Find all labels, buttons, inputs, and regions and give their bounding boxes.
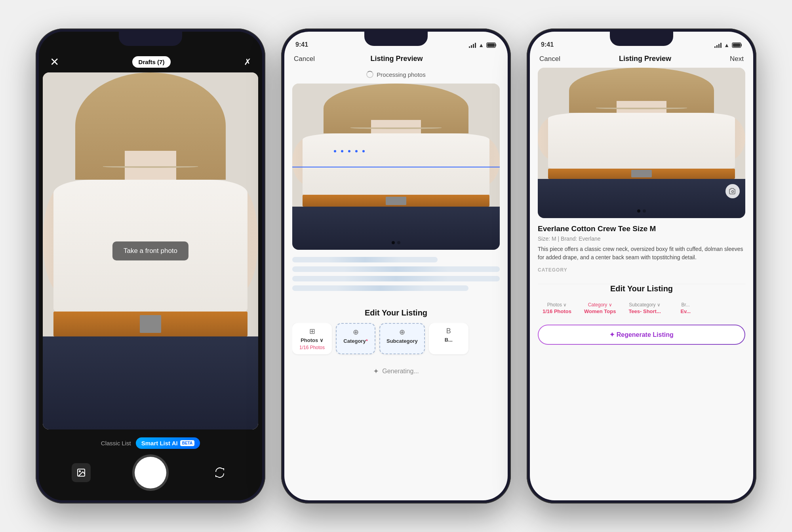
photos-tab-icon: ⊞ — [309, 327, 315, 336]
phone-processing: 9:41 ▲ C — [281, 28, 511, 504]
classic-list-label[interactable]: Classic List — [101, 440, 131, 446]
result-tab-category[interactable]: Category ∨ Women Tops — [579, 299, 621, 317]
photos-tab-label: Photos ∨ — [301, 337, 324, 343]
photos-tab-sublabel: 1/16 Photos — [299, 345, 325, 350]
generating-label: Generating... — [382, 368, 419, 375]
camera-viewfinder: Take a front photo — [43, 72, 258, 429]
beta-badge: BETA — [180, 440, 194, 446]
brand-tab-label: B... — [445, 337, 453, 343]
battery-icon — [486, 42, 497, 48]
svg-rect-7 — [733, 44, 741, 47]
edit-listing-title: Edit Your Listing — [538, 284, 745, 293]
tab-photos[interactable]: ⊞ Photos ∨ 1/16 Photos — [292, 323, 332, 354]
result-screen: 9:41 ▲ C — [530, 32, 753, 500]
smart-list-label: Smart List AI — [141, 440, 178, 446]
camera-overlay-icon[interactable] — [725, 184, 740, 198]
svg-rect-4 — [487, 44, 495, 47]
result-edit-section: Edit Your Listing Photos ∨ 1/16 Photos C… — [530, 284, 753, 319]
brand-tab-icon: B — [446, 327, 451, 335]
subcategory-tab-icon: ⊕ — [399, 328, 405, 336]
svg-point-8 — [732, 191, 734, 193]
camera-controls — [50, 457, 251, 488]
status-icons: ▲ — [469, 42, 497, 48]
nav-bar: Cancel Listing Preview Next — [530, 51, 753, 68]
svg-rect-3 — [495, 44, 496, 46]
result-content: Everlane Cotton Crew Tee Size M Size: M … — [530, 218, 753, 284]
listing-image — [292, 84, 500, 250]
product-image — [538, 68, 745, 218]
tab-subcategory[interactable]: ⊕ Subcategory — [379, 323, 425, 354]
next-button[interactable]: Next — [730, 55, 744, 63]
smart-list-badge[interactable]: Smart List AI BETA — [136, 437, 200, 449]
scan-line — [292, 167, 500, 167]
nav-title: Listing Preview — [619, 55, 671, 63]
result-tabs: Photos ∨ 1/16 Photos Category ∨ Women To… — [538, 299, 745, 319]
status-icons: ▲ — [714, 42, 742, 48]
camera-overlay-text: Take a front photo — [112, 241, 188, 260]
tab-brand[interactable]: B B... — [429, 323, 468, 354]
phone-result: 9:41 ▲ C — [527, 28, 756, 504]
camera-top-bar: ✕ Drafts (7) ✗ — [39, 51, 262, 72]
product-description: This piece offers a classic crew neck, o… — [538, 245, 745, 262]
close-button[interactable]: ✕ — [50, 55, 59, 68]
skeleton-loading — [284, 250, 508, 302]
processing-spinner — [366, 71, 373, 78]
camera-screen: ✕ Drafts (7) ✗ — [39, 32, 262, 500]
gallery-button[interactable] — [72, 463, 91, 482]
result-tab-subcategory[interactable]: Subcategory ∨ Tees- Short... — [624, 299, 665, 317]
category-tab-label: Category* — [343, 338, 367, 344]
product-meta: Size: M | Brand: Everlane — [538, 236, 745, 242]
image-pagination — [637, 209, 646, 213]
flip-camera-button[interactable] — [210, 463, 229, 482]
regenerate-button[interactable]: ✦ Regenerate Listing — [538, 325, 745, 345]
svg-rect-6 — [741, 44, 742, 46]
listing-tabs: ⊞ Photos ∨ 1/16 Photos ⊕ Category* ⊕ Sub… — [292, 323, 500, 356]
processing-label: Processing photos — [377, 71, 425, 78]
category-label: CATEGORY — [538, 267, 745, 273]
edit-listing-section: Edit Your Listing ⊞ Photos ∨ 1/16 Photos… — [284, 302, 508, 361]
product-title: Everlane Cotton Crew Tee Size M — [538, 224, 745, 233]
image-pagination — [392, 241, 400, 244]
camera-bottom: Classic List Smart List AI BETA — [39, 429, 262, 500]
notch — [610, 32, 673, 46]
notch — [119, 32, 182, 46]
wifi-icon: ▲ — [724, 42, 729, 48]
status-time: 9:41 — [295, 41, 308, 48]
generating-bar: ✦ Generating... — [284, 361, 508, 382]
drafts-badge[interactable]: Drafts (7) — [132, 56, 171, 68]
phone-camera: ✕ Drafts (7) ✗ — [36, 28, 265, 504]
processing-header: Processing photos — [284, 68, 508, 84]
sparkle-icon: ✦ — [373, 367, 379, 376]
shutter-button[interactable] — [135, 457, 166, 488]
status-time: 9:41 — [541, 41, 554, 48]
tab-category[interactable]: ⊕ Category* — [336, 323, 375, 354]
cancel-button[interactable]: Cancel — [539, 55, 560, 63]
notch — [364, 32, 428, 46]
listing-mode-toggle: Classic List Smart List AI BETA — [101, 437, 200, 449]
camera-x-button[interactable]: ✗ — [244, 57, 251, 67]
battery-icon — [732, 42, 742, 48]
nav-bar: Cancel Listing Preview — [284, 51, 508, 68]
nav-title: Listing Preview — [370, 55, 423, 63]
edit-listing-title: Edit Your Listing — [292, 308, 500, 317]
result-tab-photos[interactable]: Photos ∨ 1/16 Photos — [538, 299, 576, 317]
category-tab-icon: ⊕ — [353, 328, 359, 336]
cancel-button[interactable]: Cancel — [294, 55, 315, 63]
wifi-icon: ▲ — [478, 42, 484, 48]
processing-screen: 9:41 ▲ C — [284, 32, 508, 500]
svg-point-1 — [79, 471, 80, 472]
scan-dots — [334, 150, 365, 152]
subcategory-tab-label: Subcategory — [386, 338, 418, 344]
result-tab-brand[interactable]: Br... Ev... — [669, 299, 703, 317]
